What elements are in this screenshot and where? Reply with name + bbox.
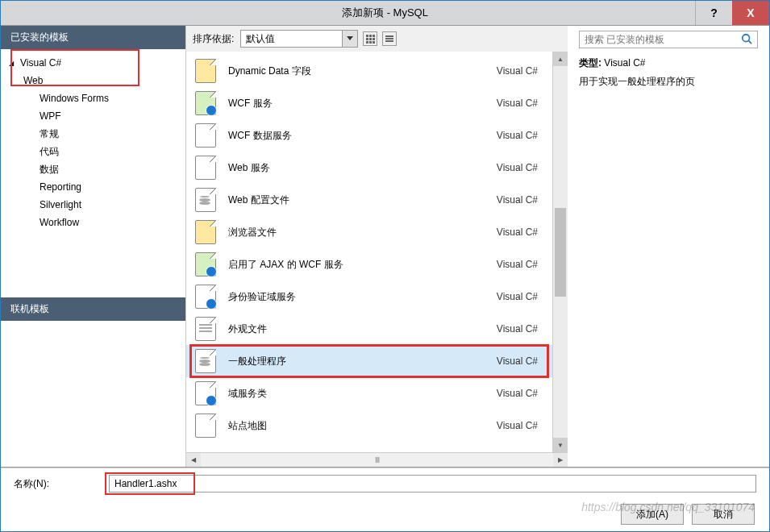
tree-node-label: 数据 (40, 163, 59, 177)
template-item[interactable]: 浏览器文件Visual C# (186, 216, 552, 248)
websvc-icon (194, 156, 217, 179)
template-item-lang: Visual C# (497, 130, 538, 141)
handler-icon (194, 350, 217, 372)
template-item-lang: Visual C# (497, 65, 538, 77)
template-item-lang: Visual C# (497, 388, 538, 399)
name-row: 名称(N): (14, 475, 756, 493)
detail-description: 用于实现一般处理程序的页 (579, 75, 758, 89)
window-buttons: ? X (695, 1, 769, 25)
add-button[interactable]: 添加(A) (621, 504, 684, 525)
tree-node[interactable]: Workflow (1, 214, 185, 231)
view-grid-button[interactable] (363, 31, 377, 46)
tree-node-label: Windows Forms (40, 93, 109, 104)
template-item-name: WCF 服务 (228, 97, 497, 110)
type-value: Visual C# (604, 57, 645, 69)
name-input[interactable] (109, 475, 756, 493)
template-item-name: 身份验证域服务 (228, 290, 497, 304)
window-title: 添加新项 - MySQL (1, 6, 769, 20)
tree-node[interactable]: Reporting (1, 178, 185, 196)
wcfdata-icon (194, 124, 217, 147)
tree-node[interactable]: 常规 (1, 125, 185, 143)
search-input[interactable] (585, 34, 741, 45)
template-item-lang: Visual C# (497, 227, 538, 238)
template-item[interactable]: WCF 数据服务Visual C# (186, 119, 552, 152)
template-item-name: 域服务类 (228, 387, 497, 401)
template-item-name: Web 配置文件 (228, 193, 497, 207)
template-item-name: 站点地图 (228, 419, 497, 433)
sort-dropdown[interactable]: 默认值 (240, 30, 358, 48)
close-button[interactable]: X (732, 1, 769, 25)
tree-node[interactable]: 数据 (1, 160, 185, 178)
sort-value: 默认值 (246, 32, 275, 46)
template-item[interactable]: 身份验证域服务Visual C# (186, 281, 552, 313)
template-item-name: 启用了 AJAX 的 WCF 服务 (228, 258, 497, 272)
online-templates-header[interactable]: 联机模板 (1, 297, 185, 321)
tree-node-label: Web (23, 75, 43, 86)
view-list-button[interactable] (382, 31, 397, 46)
scroll-up-button[interactable]: ▲ (553, 52, 568, 66)
template-item-lang: Visual C# (497, 194, 538, 206)
grid-icon (366, 35, 375, 44)
search-box[interactable] (579, 31, 758, 48)
hscroll-track[interactable]: Ⅲ (201, 453, 553, 467)
svg-line-1 (749, 40, 752, 44)
template-item[interactable]: Web 配置文件Visual C# (186, 184, 552, 216)
template-item-name: Dynamic Data 字段 (228, 64, 497, 78)
scroll-right-button[interactable]: ▶ (553, 453, 568, 467)
name-input-wrap (109, 475, 756, 493)
scroll-thumb[interactable] (555, 208, 566, 297)
skin-icon (194, 318, 217, 340)
tree-node-label: 代码 (40, 145, 59, 159)
template-item[interactable]: Web 服务Visual C# (186, 152, 552, 184)
template-item[interactable]: 站点地图Visual C# (186, 409, 552, 442)
scroll-left-button[interactable]: ◀ (186, 453, 201, 467)
template-item[interactable]: 启用了 AJAX 的 WCF 服务Visual C# (186, 248, 552, 281)
dialog-window: 添加新项 - MySQL ? X 已安装的模板 ◢Visual C#WebWin… (0, 0, 770, 532)
chevron-down-icon (347, 36, 353, 40)
template-item[interactable]: 一般处理程序Visual C# (186, 345, 552, 377)
tree-node-label: 常规 (40, 127, 59, 141)
list-icon (385, 35, 393, 42)
template-item-lang: Visual C# (497, 291, 538, 302)
button-row: 添加(A) 取消 (14, 497, 756, 528)
scroll-track[interactable] (553, 66, 568, 438)
template-item[interactable]: Dynamic Data 字段Visual C# (186, 55, 552, 87)
bottom-panel: 名称(N): 添加(A) 取消 (1, 468, 769, 531)
vertical-scrollbar[interactable]: ▲ ▼ (553, 52, 568, 452)
template-item[interactable]: 外观文件Visual C# (186, 313, 552, 345)
template-item-name: 一般处理程序 (228, 355, 497, 368)
items-area: Dynamic Data 字段Visual C#WCF 服务Visual C#W… (186, 52, 568, 452)
template-item-lang: Visual C# (497, 323, 538, 335)
tree-node[interactable]: Windows Forms (1, 89, 185, 107)
template-item-lang: Visual C# (497, 98, 538, 109)
tree-node[interactable]: Silverlight (1, 196, 185, 214)
ajax-icon (194, 253, 217, 276)
svg-point-0 (743, 34, 750, 41)
tree-node-label: Workflow (40, 217, 79, 228)
detail-type: 类型: Visual C# (579, 56, 758, 70)
template-item[interactable]: WCF 服务Visual C# (186, 87, 552, 119)
sortby-label: 排序依据: (193, 32, 234, 46)
search-icon[interactable] (741, 33, 752, 47)
help-button[interactable]: ? (695, 1, 732, 25)
template-item-name: WCF 数据服务 (228, 129, 497, 143)
template-item[interactable]: 域服务类Visual C# (186, 377, 552, 409)
browser-icon (194, 221, 217, 243)
webcfg-icon (194, 189, 217, 211)
template-list[interactable]: Dynamic Data 字段Visual C#WCF 服务Visual C#W… (186, 52, 553, 452)
scroll-down-button[interactable]: ▼ (553, 438, 568, 452)
center-panel: 排序依据: 默认值 Dynamic Data 字段Visual C#WCF 服务… (186, 26, 568, 467)
template-item-name: Web 服务 (228, 161, 497, 175)
tree-node[interactable]: Web (1, 72, 185, 89)
tree-node[interactable]: 代码 (1, 143, 185, 160)
template-item-name: 外观文件 (228, 322, 497, 336)
type-label: 类型: (579, 57, 601, 69)
collapse-icon[interactable]: ◢ (9, 59, 17, 67)
cancel-button[interactable]: 取消 (692, 504, 755, 525)
tree-node[interactable]: WPF (1, 107, 185, 125)
tree-node-label: Silverlight (40, 199, 81, 210)
horizontal-scrollbar[interactable]: ◀ Ⅲ ▶ (186, 452, 568, 467)
tree-node[interactable]: ◢Visual C# (1, 54, 185, 72)
sitemap-icon (194, 414, 217, 437)
details-panel: 类型: Visual C# 用于实现一般处理程序的页 (568, 26, 769, 467)
